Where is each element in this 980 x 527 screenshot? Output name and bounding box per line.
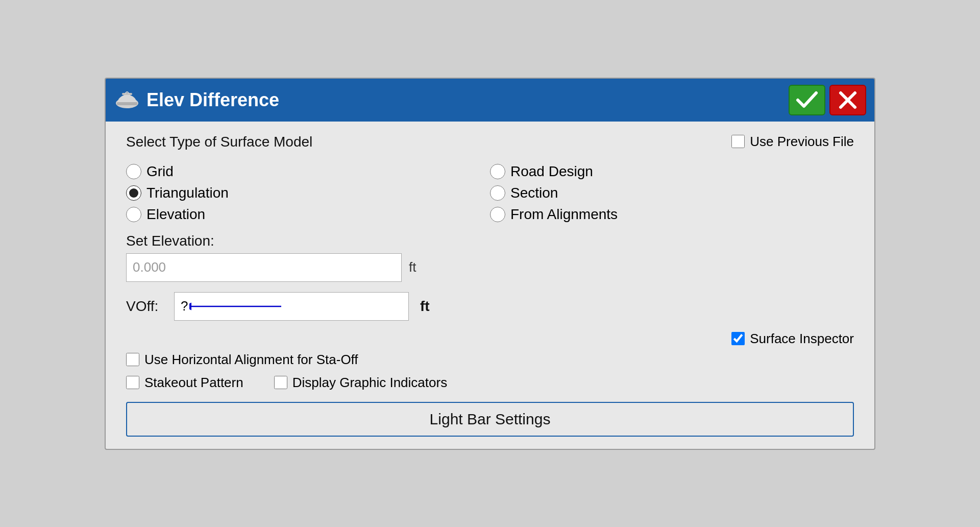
- radio-section-label: Section: [510, 185, 558, 201]
- voff-row: VOff: ft: [126, 292, 854, 321]
- elevation-unit: ft: [409, 259, 416, 275]
- surface-model-title: Select Type of Surface Model: [126, 134, 312, 150]
- set-elevation-label: Set Elevation:: [126, 233, 854, 249]
- right-radio-col: Road Design Section From Alignments: [490, 163, 854, 223]
- stakeout-pattern-checkbox[interactable]: [126, 376, 139, 389]
- title-buttons: [789, 85, 866, 115]
- radio-elevation-label: Elevation: [146, 206, 205, 223]
- radio-road-design-label: Road Design: [510, 163, 593, 180]
- x-icon: [838, 90, 858, 110]
- ok-button[interactable]: [789, 85, 825, 115]
- hard-hat-icon: [114, 87, 140, 113]
- display-graphic-indicators-row[interactable]: Display Graphic Indicators: [274, 375, 447, 391]
- voff-unit: ft: [420, 298, 430, 315]
- surface-inspector-checkbox[interactable]: [731, 332, 745, 345]
- radio-grid-input[interactable]: [126, 164, 141, 179]
- radio-elevation-item[interactable]: Elevation: [126, 206, 490, 223]
- elevation-input-row: ft: [126, 253, 854, 282]
- radio-from-alignments-label: From Alignments: [510, 206, 618, 223]
- radio-triangulation-label: Triangulation: [146, 185, 229, 201]
- svg-rect-1: [117, 102, 137, 105]
- stakeout-pattern-row[interactable]: Stakeout Pattern: [126, 375, 243, 391]
- radio-section-input[interactable]: [490, 185, 505, 201]
- light-bar-settings-button[interactable]: Light Bar Settings: [126, 402, 854, 437]
- radio-section-item[interactable]: Section: [490, 185, 854, 201]
- header-row: Select Type of Surface Model Use Previou…: [126, 134, 854, 159]
- use-horizontal-alignment-row[interactable]: Use Horizontal Alignment for Sta-Off: [126, 352, 854, 368]
- voff-input[interactable]: [174, 292, 409, 321]
- dialog-content: Select Type of Surface Model Use Previou…: [106, 122, 874, 449]
- surface-inspector-label: Surface Inspector: [750, 331, 854, 347]
- voff-input-wrap: [174, 292, 409, 321]
- radio-from-alignments-item[interactable]: From Alignments: [490, 206, 854, 223]
- radio-grid-item[interactable]: Grid: [126, 163, 490, 180]
- display-graphic-indicators-checkbox[interactable]: [274, 376, 287, 389]
- left-radio-col: Grid Triangulation Elevation: [126, 163, 490, 223]
- use-horizontal-alignment-label: Use Horizontal Alignment for Sta-Off: [144, 352, 358, 368]
- radio-grid: Grid Triangulation Elevation Road Design: [126, 163, 854, 223]
- stakeout-display-row: Stakeout Pattern Display Graphic Indicat…: [126, 375, 854, 391]
- radio-road-design-input[interactable]: [490, 164, 505, 179]
- use-horizontal-alignment-checkbox[interactable]: [126, 353, 139, 366]
- use-previous-file-label: Use Previous File: [750, 134, 854, 150]
- dialog: Elev Difference Select Type of Surface M…: [105, 78, 875, 450]
- use-previous-file-row[interactable]: Use Previous File: [731, 134, 854, 150]
- elevation-input[interactable]: [126, 253, 402, 282]
- radio-triangulation-input[interactable]: [126, 185, 141, 201]
- surface-inspector-row[interactable]: Surface Inspector: [731, 331, 854, 347]
- radio-road-design-item[interactable]: Road Design: [490, 163, 854, 180]
- display-graphic-indicators-label: Display Graphic Indicators: [292, 375, 447, 391]
- title-left: Elev Difference: [114, 87, 279, 113]
- svg-rect-2: [122, 93, 132, 95]
- use-previous-file-checkbox[interactable]: [731, 135, 745, 148]
- radio-from-alignments-input[interactable]: [490, 207, 505, 222]
- dialog-title: Elev Difference: [146, 89, 279, 111]
- title-bar: Elev Difference: [106, 79, 874, 122]
- radio-triangulation-item[interactable]: Triangulation: [126, 185, 490, 201]
- voff-label: VOff:: [126, 298, 167, 315]
- radio-grid-label: Grid: [146, 163, 174, 180]
- checkmark-icon: [796, 90, 818, 110]
- stakeout-pattern-label: Stakeout Pattern: [144, 375, 243, 391]
- cancel-button[interactable]: [829, 85, 866, 115]
- radio-elevation-input[interactable]: [126, 207, 141, 222]
